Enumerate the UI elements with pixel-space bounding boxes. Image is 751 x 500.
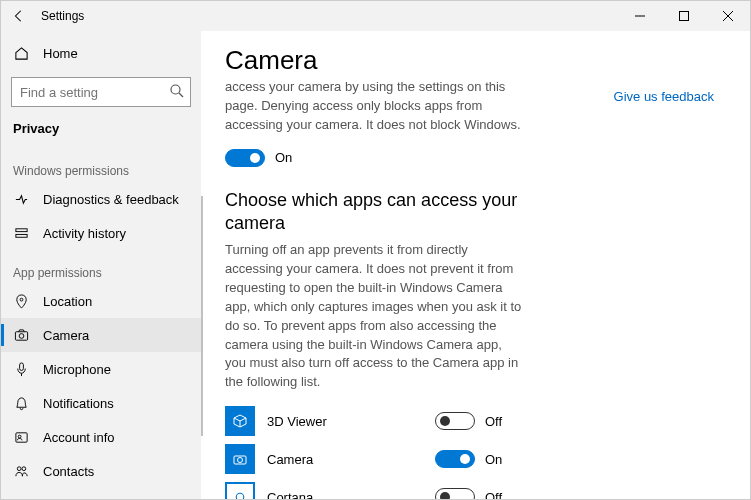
bell-icon bbox=[13, 395, 29, 411]
sidebar-item-notifications[interactable]: Notifications bbox=[1, 386, 201, 420]
svg-point-4 bbox=[20, 298, 23, 301]
calendar-icon bbox=[13, 497, 29, 499]
sidebar-item-label: Location bbox=[43, 294, 92, 309]
window-title: Settings bbox=[41, 9, 84, 23]
feedback-link[interactable]: Give us feedback bbox=[614, 89, 714, 104]
svg-point-9 bbox=[18, 435, 21, 438]
sidebar-home[interactable]: Home bbox=[1, 37, 201, 69]
feedback-icon bbox=[13, 191, 29, 207]
svg-point-15 bbox=[236, 493, 244, 499]
sidebar-item-label: Notifications bbox=[43, 396, 114, 411]
section-label-app-permissions: App permissions bbox=[1, 250, 201, 284]
app-row-camera: Camera On bbox=[225, 444, 525, 474]
app-row-3d-viewer: 3D Viewer Off bbox=[225, 406, 525, 436]
close-button[interactable] bbox=[706, 1, 750, 31]
svg-point-10 bbox=[17, 466, 21, 470]
app-toggle[interactable] bbox=[435, 412, 475, 430]
app-name-label: 3D Viewer bbox=[267, 414, 435, 429]
sidebar-item-camera[interactable]: Camera bbox=[1, 318, 201, 352]
sidebar-item-account-info[interactable]: Account info bbox=[1, 420, 201, 454]
svg-point-1 bbox=[171, 85, 180, 94]
app-icon bbox=[225, 406, 255, 436]
sidebar-item-calendar[interactable]: Calendar bbox=[1, 488, 201, 499]
maximize-button[interactable] bbox=[662, 1, 706, 31]
app-toggle[interactable] bbox=[435, 488, 475, 499]
microphone-icon bbox=[13, 361, 29, 377]
sidebar-item-label: Calendar bbox=[43, 498, 96, 500]
home-icon bbox=[13, 45, 29, 61]
apps-subheading: Choose which apps can access your camera bbox=[225, 189, 525, 236]
svg-rect-2 bbox=[15, 228, 26, 231]
apps-description: Turning off an app prevents it from dire… bbox=[225, 241, 525, 392]
svg-point-11 bbox=[21, 466, 25, 470]
sidebar-item-label: Camera bbox=[43, 328, 89, 343]
app-row-cortana: Cortana Off bbox=[225, 482, 525, 499]
toggle-state-label: Off bbox=[485, 490, 502, 499]
svg-rect-7 bbox=[19, 362, 23, 370]
sidebar-item-label: Activity history bbox=[43, 226, 126, 241]
breadcrumb: Privacy bbox=[1, 121, 201, 148]
minimize-button[interactable] bbox=[618, 1, 662, 31]
back-button[interactable] bbox=[9, 6, 29, 26]
toggle-state-label: Off bbox=[485, 414, 502, 429]
svg-rect-5 bbox=[15, 331, 27, 339]
page-title: Camera bbox=[225, 45, 726, 76]
sidebar-item-label: Account info bbox=[43, 430, 115, 445]
history-icon bbox=[13, 225, 29, 241]
camera-icon bbox=[13, 327, 29, 343]
toggle-state-label: On bbox=[485, 452, 502, 467]
svg-rect-3 bbox=[15, 234, 26, 237]
contacts-icon bbox=[13, 463, 29, 479]
svg-rect-0 bbox=[680, 12, 689, 21]
toggle-state-label: On bbox=[275, 150, 292, 165]
sidebar-item-label: Microphone bbox=[43, 362, 111, 377]
svg-rect-8 bbox=[15, 432, 26, 441]
app-name-label: Camera bbox=[267, 452, 435, 467]
svg-point-6 bbox=[19, 333, 24, 338]
sidebar-home-label: Home bbox=[43, 46, 78, 61]
titlebar: Settings bbox=[1, 1, 750, 31]
app-name-label: Cortana bbox=[267, 490, 435, 499]
app-icon bbox=[225, 482, 255, 499]
sidebar-item-diagnostics[interactable]: Diagnostics & feedback bbox=[1, 182, 201, 216]
search-input[interactable] bbox=[11, 77, 191, 107]
section-label-windows-permissions: Windows permissions bbox=[1, 148, 201, 182]
sidebar-item-label: Contacts bbox=[43, 464, 94, 479]
sidebar-item-contacts[interactable]: Contacts bbox=[1, 454, 201, 488]
content-area: Give us feedback Camera access your came… bbox=[201, 31, 750, 499]
account-icon bbox=[13, 429, 29, 445]
camera-master-toggle[interactable] bbox=[225, 149, 265, 167]
camera-access-description: access your camera by using the settings… bbox=[225, 78, 525, 135]
sidebar-item-microphone[interactable]: Microphone bbox=[1, 352, 201, 386]
search-icon bbox=[169, 83, 185, 103]
location-icon bbox=[13, 293, 29, 309]
svg-point-14 bbox=[238, 458, 243, 463]
app-toggle[interactable] bbox=[435, 450, 475, 468]
sidebar: Home Privacy Windows permissions Diagnos… bbox=[1, 31, 201, 499]
sidebar-item-activity-history[interactable]: Activity history bbox=[1, 216, 201, 250]
sidebar-item-location[interactable]: Location bbox=[1, 284, 201, 318]
sidebar-item-label: Diagnostics & feedback bbox=[43, 192, 179, 207]
scrollbar[interactable] bbox=[201, 196, 203, 436]
app-icon bbox=[225, 444, 255, 474]
